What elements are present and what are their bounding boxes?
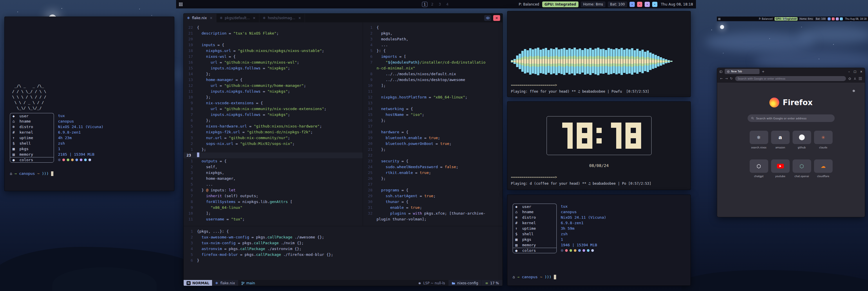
new-tab-button[interactable]: + [762,70,765,74]
workspace-tag-3[interactable]: 3 [437,2,443,7]
shortcut-tile-youtube[interactable]: youtube [771,159,790,178]
address-bar[interactable]: Search with Google or enter address [735,76,846,81]
workspace-tag-3[interactable]: 3 [794,18,796,21]
line-number: 13 [363,100,377,106]
eye-toggle-button[interactable] [484,15,491,21]
workspace-tag-1[interactable]: 1 [422,2,428,7]
shortcut-tile-search-nixos[interactable]: ❄search.nixos [750,131,768,149]
menu-icon[interactable] [859,77,862,80]
back-button[interactable]: ← [720,77,723,81]
code-text: forAllSystems = nixpkgs.lib.genAttrs [ [197,199,292,205]
maximize-button[interactable]: □ [854,70,856,73]
code-text: "x86_64-linux" [197,205,243,210]
viz-bar [613,49,615,73]
tray-icon-1[interactable]: • [629,2,635,7]
buffer-tab-label: hosts/isoImag... [268,16,295,20]
code-text: ... [377,42,388,48]
viz-bar [527,50,529,72]
account-icon[interactable] [854,76,857,81]
tray-icon-4[interactable]: • [840,18,843,20]
forward-button[interactable]: → [725,77,727,81]
close-tab-icon[interactable]: × [210,16,213,20]
line-number: 24 [363,164,377,170]
shortcut-tile-github[interactable]: github [793,131,811,149]
tray-icon-3[interactable]: • [645,2,650,7]
tray-icon-2[interactable]: • [832,18,835,20]
newtab-search-input[interactable]: Search with Google or enter address [748,114,835,122]
neovim-window[interactable]: ❄flake.nix×❄pkgs/default...×❄hosts/isoIm… [183,13,503,286]
workspace-tag-4[interactable]: 4 [445,2,450,7]
fetch-label: colors [20,157,33,163]
buffer-tab-flake-nix[interactable]: ❄flake.nix× [184,13,216,22]
shortcut-tile-icon-box [750,159,768,173]
app-launcher-icon[interactable] [718,18,720,20]
viz-bar [566,50,568,73]
viz-bar [516,56,519,67]
firefox-window[interactable]: New Tab + – □ × ← → ↻ Search with Google… [717,68,865,217]
browser-tab-new-tab[interactable]: New Tab [725,69,760,74]
line-number: 10 [184,94,197,100]
terminal-window-fastfetch[interactable]: _/\ _ _ /\_ / / \ \_/ / \ \ \ \ \ / \ / … [4,17,174,191]
viz-bar [668,60,670,63]
reload-button[interactable]: ↻ [730,77,733,81]
code-text: sudo.wheelNeedsPassword = false; [377,164,458,170]
line-number: 14 [184,71,197,77]
workspace-tag-4[interactable]: 4 [798,18,801,21]
editor-pane-pkgs-default-nix[interactable]: 1{pkgs, ...}: {2 tux-awesome-wm-config =… [184,226,502,280]
minimize-button[interactable]: – [848,70,850,73]
shortcut-tile-cloudflare[interactable]: ☁cloudflare [814,159,833,178]
editor-pane-iso-default-nix[interactable]: 1{2 pkgs,3 modulesPath,4 ...5}: {6 impor… [363,22,502,226]
firefox-navbar: ← → ↻ Search with Google or enter addres… [717,75,865,83]
close-buffer-button[interactable]: × [493,15,500,21]
close-tab-icon[interactable]: × [298,16,301,20]
code-line: 10 ]; [184,210,363,216]
newtab-settings-gear-icon[interactable] [852,88,856,94]
clock-window[interactable]: 08/08/24 =====================> Playing:… [507,101,691,190]
code-line: 9 "x86_64-linux" [184,205,363,210]
clock-digit-colon [596,122,602,149]
workspace-tag-2[interactable]: 2 [788,18,792,21]
prompt-chevrons: ))) [42,171,49,176]
shortcut-tile-chatgpt[interactable]: chatgpt [750,159,768,178]
code-text: enable = true; [377,205,422,210]
terminal-cursor [554,275,556,280]
viz-bar [545,48,547,75]
close-button[interactable]: × [860,70,863,73]
fetch-value: NixOS 24.11 (Vicuna) [557,214,606,220]
terminal-window-fastfetch-2[interactable]: ◆usertux⌂hnamecanopus❄distroNixOS 24.11 … [507,195,691,286]
palette-dot [84,158,87,161]
code-line: 8 forAllSystems = nixpkgs.lib.genAttrs [ [184,199,363,205]
workspace-tag-2[interactable]: 2 [430,2,435,7]
shortcut-tile-chat-openai[interactable]: chat.openai [793,159,811,178]
shortcut-tile-claude[interactable]: ✳claude [814,131,833,149]
workspace-tag-1[interactable]: 1 [783,18,786,21]
code-text: username = "tux"; [197,216,245,222]
shell-prompt[interactable]: ⌂ → canopus ~ ))) [10,171,174,176]
viz-bar [610,49,612,74]
tray-icon-1[interactable]: • [828,18,831,20]
tray-icon-3[interactable]: • [836,18,839,20]
code-line: 1 }; [184,147,363,152]
line-number: 32 [363,210,377,216]
buffer-tab-pkgs-default-[interactable]: ❄pkgs/default...× [216,13,259,22]
extensions-puzzle-icon[interactable] [848,76,851,81]
audio-visualizer-window[interactable]: =====================> Playing: ffee for… [507,11,691,97]
code-text: ]; [377,83,385,89]
viz-bar [524,49,526,74]
app-launcher-icon[interactable] [179,3,183,6]
firefox-view-icon[interactable] [719,69,722,74]
close-tab-icon[interactable]: × [253,16,256,20]
statusline-filename: ❄ flake.nix [212,280,238,286]
fetch-value: zsh [54,141,65,146]
tray-icon-2[interactable]: • [637,2,642,7]
editor-pane-flake-nix[interactable]: 22{21 description = "tux's NixOS Flake";… [184,22,363,226]
buffer-tab-hosts-isoImag-[interactable]: ❄hosts/isoImag...× [259,13,305,22]
viz-bar [665,59,667,63]
shortcut-tile-label: cloudflare [817,175,829,178]
code-text: pkgs, [377,30,393,36]
code-line: 6} [184,258,502,263]
shortcut-tile-amazon[interactable]: aamazon [771,131,790,149]
code-text: }; [197,147,206,152]
tray-icon-4[interactable]: • [652,2,657,7]
shell-prompt[interactable]: ⌂ → canopus ~ ))) [513,274,690,280]
